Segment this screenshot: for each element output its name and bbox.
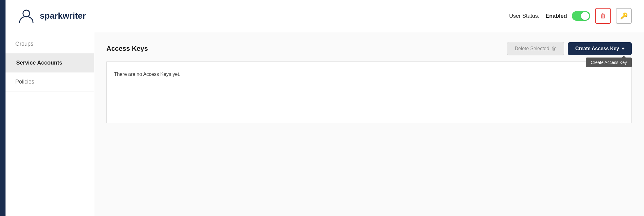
trash-icon: 🗑 (600, 13, 606, 20)
create-access-key-label: Create Access Key (575, 46, 619, 51)
user-status-label: User Status: (509, 13, 539, 19)
delete-selected-label: Delete Selected (515, 46, 549, 51)
toggle-slider (572, 11, 590, 21)
panel-header: Access Keys Delete Selected 🗑 Create Acc… (106, 42, 632, 55)
delete-user-button[interactable]: 🗑 (595, 8, 611, 24)
content-area: Groups Service Accounts Policies Access … (6, 32, 644, 216)
sidebar-item-service-accounts-label: Service Accounts (16, 60, 62, 66)
accent-bar (0, 0, 6, 216)
tooltip-text: Create Access Key (591, 60, 627, 65)
create-access-key-tooltip: Create Access Key (586, 58, 632, 67)
sidebar-item-groups[interactable]: Groups (6, 35, 94, 54)
svg-point-0 (23, 10, 30, 17)
header-actions: User Status: Enabled 🗑 🔑 (509, 8, 632, 24)
panel-title: Access Keys (106, 45, 507, 53)
sidebar-item-groups-label: Groups (15, 41, 33, 47)
create-access-key-button[interactable]: Create Access Key + Create Access Key (568, 42, 632, 55)
sidebar-item-service-accounts[interactable]: Service Accounts (6, 54, 94, 73)
empty-state-message: There are no Access Keys yet. (114, 72, 180, 77)
main-wrapper: sparkwriter User Status: Enabled 🗑 🔑 (6, 0, 644, 216)
sidebar-item-policies[interactable]: Policies (6, 73, 94, 91)
right-panel: Access Keys Delete Selected 🗑 Create Acc… (94, 32, 644, 216)
create-access-key-plus-icon: + (622, 46, 624, 51)
avatar (18, 7, 35, 24)
header: sparkwriter User Status: Enabled 🗑 🔑 (6, 0, 644, 32)
delete-selected-trash-icon: 🗑 (552, 46, 557, 51)
user-status-toggle[interactable] (572, 11, 590, 21)
key-button[interactable]: 🔑 (616, 8, 632, 24)
user-status-value: Enabled (546, 13, 567, 19)
username: sparkwriter (40, 11, 509, 21)
left-nav: Groups Service Accounts Policies (6, 32, 94, 216)
delete-selected-button[interactable]: Delete Selected 🗑 (507, 42, 564, 55)
sidebar-item-policies-label: Policies (15, 79, 34, 85)
empty-state: There are no Access Keys yet. (106, 62, 632, 123)
key-icon: 🔑 (620, 12, 628, 20)
